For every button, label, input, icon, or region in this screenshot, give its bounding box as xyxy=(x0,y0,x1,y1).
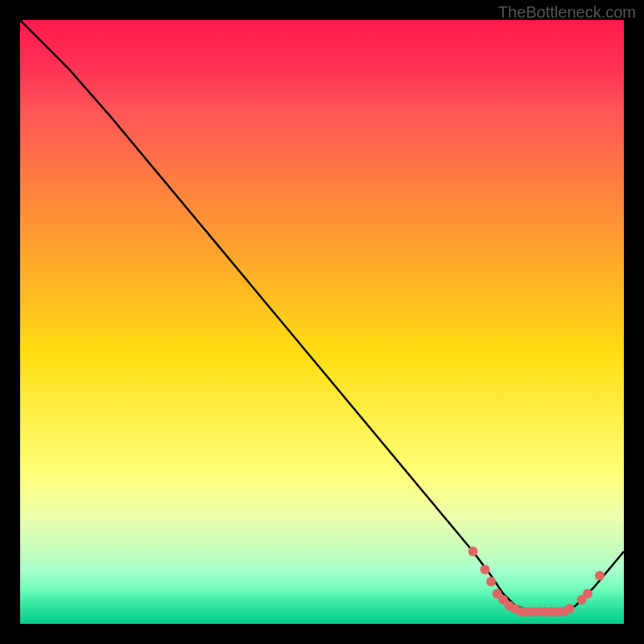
curve-line xyxy=(20,20,624,612)
marker-dot xyxy=(565,604,575,613)
marker-dot xyxy=(481,565,490,575)
chart-gradient-background xyxy=(20,20,624,624)
curve-line-group xyxy=(20,20,624,612)
marker-dots-group xyxy=(469,547,605,617)
chart-svg xyxy=(20,20,624,624)
watermark-text: TheBottleneck.com xyxy=(498,3,636,22)
marker-dot xyxy=(583,589,592,599)
marker-dot xyxy=(486,577,496,587)
marker-dot xyxy=(469,547,478,556)
marker-dot xyxy=(595,571,605,580)
